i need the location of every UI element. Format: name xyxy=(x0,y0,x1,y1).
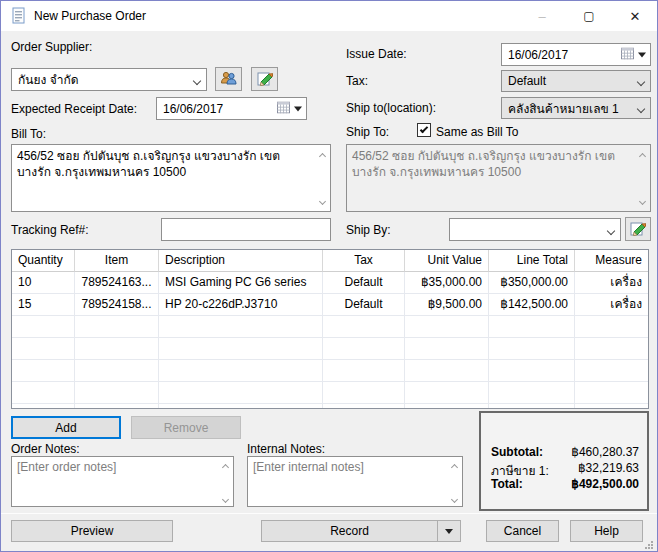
cell-line-total[interactable]: ฿350,000.00 xyxy=(489,272,575,294)
cell-tax[interactable]: Default xyxy=(323,272,405,294)
same-as-bill-to-label: Same as Bill To xyxy=(436,125,518,139)
totals-panel: Subtotal: ฿460,280.37 ภาษีขาย 1: ฿32,219… xyxy=(479,411,649,511)
cell-item[interactable]: 789524158... xyxy=(75,294,159,316)
chevron-down-icon xyxy=(638,52,646,57)
table-empty-row xyxy=(12,382,648,404)
resize-grip[interactable] xyxy=(645,539,654,548)
table-empty-row xyxy=(12,360,648,382)
tracking-ref-label: Tracking Ref#: xyxy=(11,223,89,237)
ship-to-location-value: คลังสินค้าหมายเลข 1 xyxy=(508,99,619,118)
order-supplier-value: กันยง จำกัด xyxy=(18,70,79,89)
help-button[interactable]: Help xyxy=(570,520,643,542)
total-value: ฿492,500.00 xyxy=(571,477,639,493)
add-button[interactable]: Add xyxy=(11,416,121,439)
cell-quantity[interactable]: 15 xyxy=(12,294,75,316)
record-menu-button[interactable] xyxy=(437,521,460,541)
down-triangle-icon xyxy=(445,529,453,534)
scroll-up-icon[interactable] xyxy=(449,460,459,470)
expected-receipt-date-value: 16/06/2017 xyxy=(163,102,223,116)
same-as-bill-to-checkbox[interactable] xyxy=(417,123,431,137)
bill-to-label: Bill To: xyxy=(11,127,46,141)
cell-measure[interactable]: เครื่อง xyxy=(575,272,648,294)
supplier-lookup-button[interactable] xyxy=(215,67,242,91)
ship-to-address-text: 456/52 ซอย กัปตันบุช ถ.เจริญกรุง แขวงบาง… xyxy=(352,149,615,179)
calendar-icon xyxy=(621,47,634,62)
ship-to-location-combobox[interactable]: คลังสินค้าหมายเลข 1 xyxy=(501,97,651,119)
order-supplier-combobox[interactable]: กันยง จำกัด xyxy=(11,68,207,91)
tax-label: Tax: xyxy=(346,74,368,88)
ship-by-label: Ship By: xyxy=(346,223,391,237)
ship-to-location-label: Ship to(location): xyxy=(346,101,436,115)
scroll-up-icon[interactable] xyxy=(317,149,327,159)
edit-supplier-button[interactable] xyxy=(251,67,278,91)
cell-description[interactable]: HP 20-c226dP.J3710 xyxy=(159,294,323,316)
internal-notes-textarea[interactable] xyxy=(247,456,463,507)
items-table-header: Quantity Item Description Tax Unit Value… xyxy=(12,250,648,272)
subtotal-label: Subtotal: xyxy=(491,445,543,461)
expected-receipt-date-label: Expected Receipt Date: xyxy=(11,102,137,116)
maximize-button[interactable]: ▢ xyxy=(573,1,605,31)
cell-item[interactable]: 789524163... xyxy=(75,272,159,294)
expected-receipt-date-picker[interactable]: 16/06/2017 xyxy=(156,97,307,120)
tax-total-label: ภาษีขาย 1: xyxy=(491,461,549,477)
ship-to-textarea: 456/52 ซอย กัปตันบุช ถ.เจริญกรุง แขวงบาง… xyxy=(346,144,651,212)
tracking-ref-input[interactable] xyxy=(161,218,331,241)
title-bar: New Purchase Order – ▢ ✕ xyxy=(1,1,657,31)
remove-button[interactable]: Remove xyxy=(131,416,241,439)
pencil-icon xyxy=(630,220,646,239)
chevron-down-icon xyxy=(608,223,614,237)
order-notes-label: Order Notes: xyxy=(11,442,80,456)
table-empty-row xyxy=(12,404,648,409)
chevron-down-icon xyxy=(194,73,200,87)
tax-total-value: ฿32,219.63 xyxy=(578,461,639,477)
edit-ship-by-button[interactable] xyxy=(625,217,651,241)
close-button[interactable]: ✕ xyxy=(619,1,651,31)
window-title: New Purchase Order xyxy=(34,9,146,23)
cell-measure[interactable]: เครื่อง xyxy=(575,294,648,316)
new-purchase-order-dialog: New Purchase Order – ▢ ✕ Order Supplier:… xyxy=(0,0,658,552)
issue-date-label: Issue Date: xyxy=(346,47,407,61)
total-label: Total: xyxy=(491,477,523,493)
preview-button[interactable]: Preview xyxy=(11,520,173,542)
chevron-down-icon xyxy=(638,74,644,88)
bill-to-textarea[interactable]: 456/52 ซอย กัปตันบุช ถ.เจริญกรุง แขวงบาง… xyxy=(11,144,331,212)
cell-line-total[interactable]: ฿142,500.00 xyxy=(489,294,575,316)
tax-value: Default xyxy=(508,74,546,88)
column-header: Tax xyxy=(323,250,405,272)
items-table: Quantity Item Description Tax Unit Value… xyxy=(11,249,649,409)
cell-quantity[interactable]: 10 xyxy=(12,272,75,294)
table-row[interactable]: 10 789524163... MSI Gaming PC G6 series … xyxy=(12,272,648,294)
cell-unit-value[interactable]: ฿35,000.00 xyxy=(405,272,489,294)
cell-tax[interactable]: Default xyxy=(323,294,405,316)
table-empty-row xyxy=(12,316,648,338)
chevron-down-icon xyxy=(294,106,302,111)
ship-to-label: Ship To: xyxy=(346,125,389,139)
scroll-down-icon[interactable] xyxy=(317,197,327,207)
pencil-icon xyxy=(257,70,273,89)
tax-combobox[interactable]: Default xyxy=(501,70,651,92)
people-icon xyxy=(220,71,237,88)
calendar-icon xyxy=(277,101,290,116)
cell-unit-value[interactable]: ฿9,500.00 xyxy=(405,294,489,316)
subtotal-value: ฿460,280.37 xyxy=(571,445,639,461)
order-supplier-label: Order Supplier: xyxy=(11,40,92,54)
column-header: Description xyxy=(159,250,323,272)
record-button[interactable]: Record xyxy=(262,524,437,538)
internal-notes-label: Internal Notes: xyxy=(247,442,325,456)
checkmark-icon xyxy=(420,124,428,132)
minimize-button[interactable]: – xyxy=(526,1,558,31)
record-split-button[interactable]: Record xyxy=(261,520,461,542)
ship-by-combobox[interactable] xyxy=(449,218,621,241)
cancel-button[interactable]: Cancel xyxy=(486,520,559,542)
cell-description[interactable]: MSI Gaming PC G6 series xyxy=(159,272,323,294)
column-header: Quantity xyxy=(12,250,75,272)
table-empty-row xyxy=(12,338,648,360)
table-row[interactable]: 15 789524158... HP 20-c226dP.J3710 Defau… xyxy=(12,294,648,316)
scroll-down-icon[interactable] xyxy=(220,495,230,505)
column-header: Line Total xyxy=(489,250,575,272)
scroll-down-icon[interactable] xyxy=(449,495,459,505)
issue-date-picker[interactable]: 16/06/2017 xyxy=(501,43,651,66)
column-header: Unit Value xyxy=(405,250,489,272)
scroll-up-icon[interactable] xyxy=(220,460,230,470)
order-notes-textarea[interactable] xyxy=(11,456,234,507)
